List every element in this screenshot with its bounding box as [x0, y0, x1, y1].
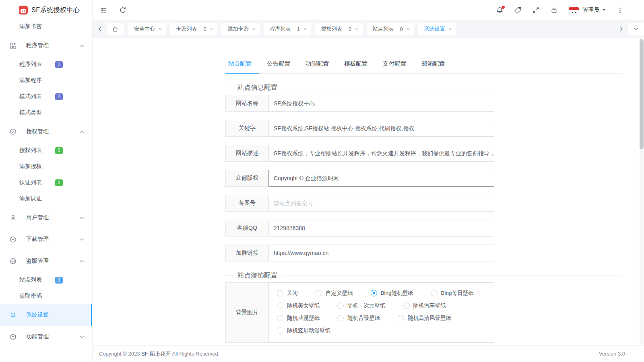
tab-auth-list[interactable]: 授权列表 0×	[315, 23, 363, 35]
close-tab-icon[interactable]: ×	[159, 27, 162, 32]
sidebar-item-program-management[interactable]: 程序管理	[0, 35, 92, 56]
radio-bg-random-scenery[interactable]: 随机高清风景壁纸	[398, 315, 451, 322]
site-description-input[interactable]: SF授权系统，专业帮助站长开发程序，帮您火速开发程序，我们提供最专业的售前指导，…	[268, 145, 494, 162]
sidebar-item-cert-list[interactable]: 认证列表 0	[0, 175, 92, 191]
radio-bg-random-anime[interactable]: 随机动漫壁纸	[277, 315, 320, 322]
sidebar-item-add-card-key[interactable]: 添加卡密	[0, 19, 92, 35]
tab-count: 1	[297, 26, 300, 32]
config-tab-payment-config[interactable]: 支付配置	[375, 60, 414, 73]
close-tab-icon[interactable]: ×	[303, 27, 307, 32]
config-tab-announcement-config[interactable]: 公告配置	[259, 60, 298, 73]
tabs-dropdown-button[interactable]	[628, 23, 644, 35]
notifications-bell-icon[interactable]	[496, 6, 504, 14]
main-content: 站点配置公告配置功能配置模板配置支付配置邮箱配置 站点信息配置 网站名称 SF系…	[93, 38, 644, 345]
header-left	[93, 6, 126, 14]
radio-bg-random-acg[interactable]: 随机二次元壁纸	[337, 302, 386, 309]
vertical-scrollbar[interactable]	[640, 39, 644, 345]
form-row-footer-copyright: 底部版权 Copyright © 企业猫源码网	[225, 170, 494, 187]
sidebar-item-mode-list[interactable]: 模式列表 2	[0, 88, 92, 105]
config-tab-site-config[interactable]: 站点配置	[225, 60, 259, 74]
sidebar-item-feature-management[interactable]: 功能管理	[0, 326, 92, 348]
form-row-site-description: 网站描述 SF授权系统，专业帮助站长开发程序，帮您火速开发程序，我们提供最专业的…	[225, 145, 494, 162]
sidebar-item-add-program[interactable]: 添加程序	[0, 72, 92, 88]
app-logo-icon	[19, 6, 28, 14]
config-tab-feature-config[interactable]: 功能配置	[298, 60, 336, 73]
sidebar-item-auth-list[interactable]: 授权列表 0	[0, 142, 92, 158]
refresh-icon[interactable]	[119, 6, 126, 14]
tabs-right-controls	[619, 23, 644, 35]
count-badge: 1	[55, 61, 63, 68]
radio-bg-off[interactable]: 关闭	[277, 290, 298, 297]
field-label: 网站描述	[225, 145, 269, 162]
radio-icon	[371, 290, 377, 296]
radio-bg-random-beauty[interactable]: 随机美女壁纸	[277, 302, 320, 309]
footer-copyright-input[interactable]: Copyright © 企业猫源码网	[268, 170, 494, 187]
radio-bg-random-car[interactable]: 随机汽车壁纸	[403, 302, 446, 309]
collapse-sidebar-icon[interactable]	[100, 6, 107, 14]
sidebar-item-mode-type[interactable]: 模式类型	[0, 105, 92, 121]
tag-icon[interactable]	[514, 6, 522, 14]
radio-bg-bing-random[interactable]: Bing随机壁纸	[371, 290, 413, 297]
keywords-input[interactable]: SF授权系统,SF授权站,授权中心,授权系统,代刷授权,授权	[268, 120, 494, 137]
close-tab-icon[interactable]: ×	[252, 27, 255, 32]
form-row-service-qq: 客服QQ 2129876388	[225, 220, 494, 237]
caret-down-icon	[602, 9, 606, 11]
sidebar-item-get-password[interactable]: 获取密码	[0, 288, 92, 304]
radio-bg-bing-daily[interactable]: Bing每日壁纸	[431, 290, 474, 297]
more-options-icon[interactable]	[616, 6, 624, 14]
radio-bg-random-background[interactable]: 随机背景壁纸	[337, 315, 380, 322]
radio-icon	[403, 302, 410, 309]
tabs-scroll-left-icon[interactable]	[98, 26, 102, 32]
tab-add-card[interactable]: 添加卡密 ×	[221, 23, 260, 35]
site-name-input[interactable]: SF系统授权中心	[268, 95, 494, 112]
close-tab-icon[interactable]: ×	[407, 27, 410, 32]
tabs-scroll-right-icon[interactable]	[619, 26, 623, 32]
sidebar-item-program-list[interactable]: 程序列表 1	[0, 56, 92, 72]
config-tab-email-config[interactable]: 邮箱配置	[414, 60, 452, 73]
sidebar-item-piracy-management[interactable]: 盗版管理	[0, 250, 92, 272]
radio-icon	[277, 315, 283, 321]
radio-row: 随机美女壁纸 随机二次元壁纸 随机汽车壁纸	[277, 299, 486, 312]
tab-program-list[interactable]: 程序列表 1×	[264, 23, 311, 35]
scrollbar-thumb[interactable]	[640, 39, 644, 149]
form-row-keywords: 关键字 SF授权系统,SF授权站,授权中心,授权系统,代刷授权,授权	[225, 120, 494, 137]
tab-card-list[interactable]: 卡密列表 0×	[170, 23, 218, 35]
sidebar-item-add-auth[interactable]: 添加授权	[0, 158, 92, 175]
sidebar-item-system-settings[interactable]: 系统设置	[0, 304, 92, 326]
sidebar-item-site-list[interactable]: 站点列表 0	[0, 272, 92, 288]
sidebar-item-user-management[interactable]: 用户管理	[0, 207, 92, 228]
radio-bg-custom[interactable]: 自定义壁纸	[316, 290, 353, 297]
service-qq-input[interactable]: 2129876388	[268, 220, 494, 237]
logo-row[interactable]: SF系统授权中心	[0, 0, 92, 20]
bg-image-label: 背景图片	[225, 282, 269, 343]
icp-number-input[interactable]: 该站点的备案号	[268, 195, 494, 212]
radio-icon	[337, 315, 344, 321]
close-tab-icon[interactable]: ×	[449, 27, 452, 32]
count-badge: 2	[55, 93, 63, 100]
radio-icon	[398, 315, 404, 321]
fullscreen-icon[interactable]	[532, 6, 540, 14]
config-tab-template-config[interactable]: 模板配置	[336, 60, 375, 73]
sidebar-item-download-management[interactable]: 下载管理	[0, 228, 92, 250]
tab-system-settings[interactable]: 系统设置 ×	[418, 23, 456, 35]
close-tab-icon[interactable]: ×	[210, 27, 213, 32]
brand-name: SF-陌上花开	[141, 351, 171, 357]
chevron-up-icon	[80, 130, 84, 133]
tab-site-list[interactable]: 站点列表 0×	[367, 23, 414, 35]
tab-security-center[interactable]: 安全中心 ×	[128, 23, 166, 35]
lock-screen-icon[interactable]	[550, 6, 558, 14]
radio-bg-random-portrait-anime[interactable]: 随机竖屏动漫壁纸	[277, 327, 330, 334]
user-menu[interactable]: 管理员	[568, 4, 606, 16]
tab-home[interactable]	[107, 23, 124, 35]
chevron-down-icon	[80, 238, 84, 241]
sidebar-item-add-cert[interactable]: 添加认证	[0, 191, 92, 207]
group-link-input[interactable]: https://www.qymao.cn	[268, 245, 494, 261]
gear-icon	[10, 312, 17, 319]
page-tabs-bar: 安全中心 × 卡密列表 0× 添加卡密 × 程序列表 1× 授权列表 0× 站点…	[93, 20, 644, 38]
section-title-site-decor: 站点装饰配置	[225, 271, 622, 280]
sidebar-item-auth-management[interactable]: 授权管理	[0, 121, 92, 142]
copyright-text: Copyright © 2023 SF-陌上花开 All Rights Rese…	[99, 350, 219, 358]
close-tab-icon[interactable]: ×	[355, 27, 358, 32]
tab-count: 0	[400, 26, 403, 32]
tab-count: 0	[349, 26, 351, 32]
